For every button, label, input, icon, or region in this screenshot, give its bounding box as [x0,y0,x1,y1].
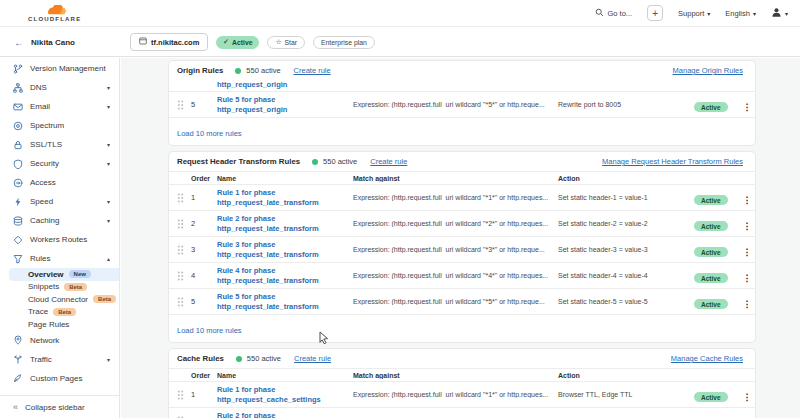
create-rule-link[interactable]: Create rule [294,66,331,75]
sidebar-item-version-management[interactable]: Version Management [0,59,119,78]
drag-handle[interactable] [177,271,191,281]
collapse-sidebar-button[interactable]: « Collapse sidebar [0,395,119,418]
lock-icon [13,139,24,150]
account-name: Nikita Cano [31,38,75,47]
chevron-icon: ▾ [107,103,110,110]
domain-selector[interactable]: tf.nikitac.com [130,33,208,51]
chevron-down-icon: ▾ [707,10,710,17]
column-action: Action [558,372,688,379]
sidebar-item-speed[interactable]: Speed ▾ [0,192,119,211]
active-badge: Active [694,102,728,112]
kebab-menu-button[interactable]: ⋮ [743,247,752,257]
active-count: 550 active [247,354,281,363]
sidebar-item-overview[interactable]: Overview New [9,268,119,281]
account-menu[interactable]: ▾ [771,7,788,20]
back-arrow-icon[interactable]: ← [14,37,24,48]
account-header: ← Nikita Cano [0,37,120,48]
active-count: 550 active [323,157,357,166]
support-menu[interactable]: Support ▾ [678,9,710,18]
drag-handle[interactable] [177,297,191,307]
sidebar-item-access[interactable]: Access [0,173,119,192]
rule-match-expression: Expression: (http.request.full_uri wildc… [353,272,558,279]
rule-name-link[interactable]: Rule 5 for phasehttp_request_late_transf… [217,292,353,311]
goto-search[interactable]: Go to... [595,8,632,19]
sidebar-item-rules[interactable]: Rules ▴ [0,249,119,268]
rule-name-link[interactable]: Rule 2 for phasehttp_request_cache_setti… [217,411,353,418]
cloudflare-logo[interactable]: CLOUDFLARE [28,5,81,22]
active-badge: Active [694,221,728,231]
rule-name-link[interactable]: Rule 1 for phasehttp_request_cache_setti… [217,385,353,404]
rule-name-link[interactable]: Rule 1 for phasehttp_request_late_transf… [217,188,353,207]
cloudflare-cloud-icon [41,5,69,15]
sidebar-item-email[interactable]: Email ▾ [0,97,119,116]
rule-match-expression: Expression: (http.request.full_uri wildc… [353,391,558,398]
rule-row: 2 Rule 2 for phasehttp_request_late_tran… [169,210,755,236]
rule-name-link[interactable]: Rule 5 for phasehttp_request_origin [217,95,353,114]
sidebar-item-network[interactable]: Network [0,331,119,350]
rule-order: 5 [191,297,217,306]
drag-handle[interactable] [177,219,191,229]
load-more-link[interactable]: Load 10 more rules [177,326,242,335]
chevron-icon: ▾ [107,141,110,148]
active-badge: Active [694,392,728,402]
nav-badge: Beta [64,283,87,291]
kebab-menu-button[interactable]: ⋮ [743,299,752,309]
sidebar-item-custom-pages[interactable]: Custom Pages [0,369,119,388]
kebab-menu-button[interactable]: ⋮ [743,102,752,112]
drag-handle[interactable] [177,100,191,110]
manage-cache-rules-link[interactable]: Manage Cache Rules [671,354,743,363]
create-rule-link[interactable]: Create rule [370,157,407,166]
sidebar-item-trace[interactable]: Trace Beta [0,306,119,319]
sidebar-item-ssl-tls[interactable]: SSL/TLS ▾ [0,135,119,154]
drag-handle[interactable] [177,390,191,400]
star-button[interactable]: ☆ Star [267,36,305,49]
spectrum-icon [13,120,24,131]
column-order: Order [191,175,217,182]
table-column-headers: Order Name Match against Action [169,171,755,184]
rule-row: 2 Rule 2 for phasehttp_request_cache_set… [169,407,755,418]
language-menu[interactable]: English ▾ [725,9,756,18]
active-badge: Active [694,299,728,309]
site-icon [139,37,147,47]
chevron-icon: ▾ [107,198,110,205]
manage-transform-rules-link[interactable]: Manage Request Header Transform Rules [602,157,743,166]
kebab-menu-button[interactable]: ⋮ [743,273,752,283]
sidebar-item-dns[interactable]: DNS ▾ [0,78,119,97]
chevron-icon: ▾ [107,217,110,224]
manage-origin-rules-link[interactable]: Manage Origin Rules [673,66,743,75]
chevron-down-icon: ▾ [785,10,788,17]
rule-name-link[interactable]: Rule 4 for phasehttp_request_late_transf… [217,266,353,285]
rule-row: 5 Rule 5 for phasehttp_request_origin Ex… [169,91,755,117]
status-dot [312,159,318,165]
rule-name-link[interactable]: Rule 3 for phasehttp_request_late_transf… [217,240,353,259]
rule-order: 5 [191,100,217,109]
access-icon [13,177,24,188]
chevron-icon: ▾ [107,160,110,167]
load-more-link[interactable]: Load 10 more rules [177,129,242,138]
sidebar-item-page-rules[interactable]: Page Rules [0,318,119,331]
rule-row: 3 Rule 3 for phasehttp_request_late_tran… [169,236,755,262]
sidebar-item-snippets[interactable]: Snippets Beta [0,281,119,294]
kebab-menu-button[interactable]: ⋮ [743,195,752,205]
kebab-menu-button[interactable]: ⋮ [743,221,752,231]
active-badge: Active [694,247,728,257]
add-button[interactable]: + [647,5,663,21]
sidebar-item-caching[interactable]: Caching ▾ [0,211,119,230]
sidebar-item-security[interactable]: Security ▾ [0,154,119,173]
sidebar-item-spectrum[interactable]: Spectrum [0,116,119,135]
mouse-cursor [318,331,330,349]
user-icon [771,7,782,20]
sidebar-item-cloud-connector[interactable]: Cloud Connector Beta [0,293,119,306]
sidebar-item-traffic[interactable]: Traffic ▾ [0,350,119,369]
load-more-row: Load 10 more rules [169,117,755,145]
create-rule-link[interactable]: Create rule [294,354,331,363]
rule-action: Set static header-5 = value-5 [558,298,688,305]
kebab-menu-button[interactable]: ⋮ [743,392,752,402]
sidebar-nav: Version Management DNS ▾ Email ▾ Spectru… [0,58,119,388]
drag-handle[interactable] [177,245,191,255]
drag-handle[interactable] [177,193,191,203]
star-icon: ☆ [275,38,281,46]
rule-name-link[interactable]: Rule 2 for phasehttp_request_late_transf… [217,214,353,233]
sidebar-item-workers-routes[interactable]: Workers Routes [0,230,119,249]
rule-action: Browser TTL, Edge TTL [558,391,688,398]
